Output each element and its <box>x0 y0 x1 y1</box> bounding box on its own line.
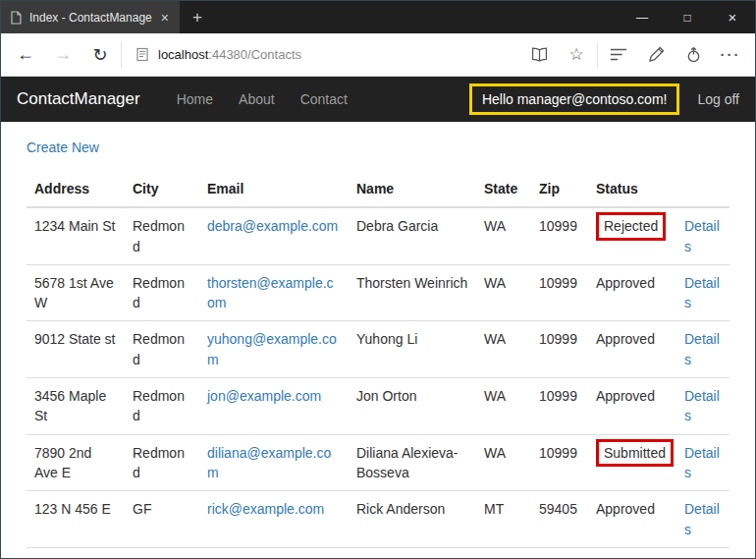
share-icon[interactable] <box>675 46 712 63</box>
refresh-button[interactable]: ↻ <box>81 44 119 66</box>
cell-email: thorsten@example.com <box>199 264 349 321</box>
email-link[interactable]: yuhong@example.com <box>207 331 337 366</box>
cell-zip: 10999 <box>531 321 588 378</box>
cell-details: Details <box>676 207 729 264</box>
header-email: Email <box>199 171 349 207</box>
minimize-button[interactable]: — <box>620 1 665 33</box>
window-close-button[interactable]: × <box>710 1 755 33</box>
cell-status: Approved <box>588 491 676 548</box>
cell-details: Details <box>676 321 729 378</box>
header-details <box>676 171 729 207</box>
email-link[interactable]: debra@example.com <box>207 218 338 234</box>
status-value: Approved <box>596 329 655 349</box>
cell-name: Debra Garcia <box>349 207 476 264</box>
toolbar-divider <box>121 42 122 68</box>
title-bar: Index - ContactManage × + — □ × <box>1 1 755 33</box>
cell-email: yuhong@example.com <box>199 321 349 378</box>
header-city: City <box>125 171 199 207</box>
contacts-table: Address City Email Name State Zip Status… <box>27 171 729 548</box>
toolbar-divider <box>597 42 598 68</box>
cell-email: debra@example.com <box>199 207 349 264</box>
cell-name: Jon Orton <box>349 378 476 435</box>
cell-state: WA <box>476 207 531 264</box>
new-tab-button[interactable]: + <box>180 1 215 33</box>
details-link[interactable]: Details <box>684 275 720 310</box>
status-value: Rejected <box>596 212 666 240</box>
table-row: 3456 Maple St Redmond jon@example.com Jo… <box>27 378 729 435</box>
details-link[interactable]: Details <box>684 331 720 366</box>
table-row: 5678 1st Ave W Redmond thorsten@example.… <box>27 264 729 321</box>
details-link[interactable]: Details <box>684 501 720 536</box>
tab-title: Index - ContactManage <box>29 11 152 25</box>
header-status: Status <box>588 171 676 207</box>
cell-city: GF <box>125 491 199 548</box>
cell-address: 7890 2nd Ave E <box>27 434 125 491</box>
cell-zip: 10999 <box>531 207 588 264</box>
cell-status: Approved <box>588 264 676 321</box>
page-favicon-icon <box>10 11 23 25</box>
cell-state: WA <box>476 434 531 491</box>
cell-state: WA <box>476 378 531 435</box>
cell-address: 5678 1st Ave W <box>27 264 125 321</box>
forward-button: → <box>44 44 81 65</box>
header-state: State <box>476 171 531 207</box>
cell-city: Redmond <box>125 378 199 435</box>
user-greeting-link[interactable]: Hello manager@contoso.com! <box>469 84 680 115</box>
cell-name: Thorsten Weinrich <box>349 264 476 321</box>
nav-link-contact[interactable]: Contact <box>288 91 360 107</box>
details-link[interactable]: Details <box>684 445 720 480</box>
cell-email: rick@example.com <box>199 491 349 548</box>
browser-tab[interactable]: Index - ContactManage × <box>1 1 180 33</box>
hub-icon[interactable] <box>600 47 637 62</box>
address-bar[interactable]: localhost:44380/Contacts <box>124 47 520 62</box>
brand-link[interactable]: ContactManager <box>17 89 140 109</box>
email-link[interactable]: diliana@example.com <box>207 445 331 480</box>
cell-city: Redmond <box>125 434 199 491</box>
table-row: 7890 2nd Ave E Redmond diliana@example.c… <box>27 434 729 491</box>
header-name: Name <box>349 171 476 207</box>
more-actions-icon[interactable]: ··· <box>712 46 749 63</box>
email-link[interactable]: rick@example.com <box>207 501 324 517</box>
status-value: Submitted <box>596 439 674 467</box>
maximize-button[interactable]: □ <box>665 1 710 33</box>
cell-details: Details <box>676 434 729 491</box>
details-link[interactable]: Details <box>684 218 720 253</box>
tab-close-icon[interactable]: × <box>159 10 171 26</box>
table-row: 1234 Main St Redmond debra@example.com D… <box>27 207 729 264</box>
cell-details: Details <box>676 378 729 435</box>
cell-state: WA <box>476 264 531 321</box>
nav-link-home[interactable]: Home <box>164 91 226 107</box>
cell-city: Redmond <box>125 321 199 378</box>
cell-zip: 10999 <box>531 434 588 491</box>
email-link[interactable]: jon@example.com <box>207 388 321 404</box>
details-link[interactable]: Details <box>684 388 720 423</box>
table-row: 123 N 456 E GF rick@example.com Rick And… <box>27 491 729 548</box>
status-value: Approved <box>596 499 655 519</box>
table-header-row: Address City Email Name State Zip Status <box>27 171 729 207</box>
cell-city: Redmond <box>125 264 199 321</box>
site-navbar: ContactManager Home About Contact Hello … <box>1 77 755 122</box>
browser-window: Index - ContactManage × + — □ × ← → ↻ lo… <box>0 0 756 559</box>
email-link[interactable]: thorsten@example.com <box>207 275 334 310</box>
web-note-pen-icon[interactable] <box>637 46 675 63</box>
page-content: Create New Address City Email Name State… <box>1 122 755 558</box>
nav-link-about[interactable]: About <box>226 91 288 107</box>
browser-toolbar: ← → ↻ localhost:44380/Contacts ☆ ··· <box>1 33 755 77</box>
favorites-star-icon[interactable]: ☆ <box>558 44 595 65</box>
cell-state: WA <box>476 321 531 378</box>
reading-view-icon[interactable] <box>520 47 558 63</box>
cell-address: 1234 Main St <box>27 207 125 264</box>
cell-details: Details <box>676 491 729 548</box>
cell-name: Diliana Alexieva-Bosseva <box>349 434 476 491</box>
log-off-link[interactable]: Log off <box>693 91 739 107</box>
back-button[interactable]: ← <box>7 44 44 65</box>
cell-email: jon@example.com <box>199 378 349 435</box>
create-new-link[interactable]: Create New <box>27 140 99 155</box>
cell-status: Approved <box>588 378 676 435</box>
cell-address: 3456 Maple St <box>27 378 125 435</box>
cell-address: 123 N 456 E <box>27 491 125 548</box>
cell-status: Submitted <box>588 434 676 491</box>
cell-name: Yuhong Li <box>349 321 476 378</box>
url-path: :44380/Contacts <box>208 47 301 62</box>
cell-name: Rick Anderson <box>349 491 476 548</box>
